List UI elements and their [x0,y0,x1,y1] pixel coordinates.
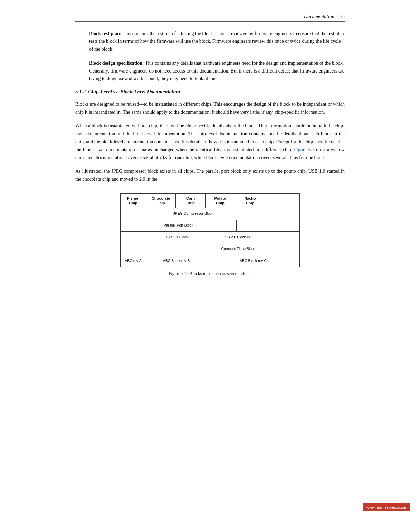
block-design-spec-term: Block design specification: [89,60,144,66]
compact-flash-row: Compact Flash Block [121,243,299,255]
parallel-port-block: Parallel Port Block [121,220,237,231]
compact-flash-block: Compact Flash Block [177,243,299,255]
block-test-plan-text: Block test plan: This contains the test … [89,30,345,53]
chapter-title: Documentation [304,14,334,19]
para-1: Blocks are designed to be reused—to be i… [75,100,345,116]
footer-url-badge: www.newnespress.com [363,503,410,511]
para-2: When a block is instantiated within a ch… [75,122,345,162]
cf-fishen-empty [121,243,146,255]
usb-fishen-empty [121,232,146,243]
usb-row: USB 1.1 Block USB 2.0 Block x2 [121,232,299,243]
parallel-port-potato-empty [237,220,266,231]
usb-20-block: USB 2.0 Block x2 [207,232,266,243]
figure-caption: Figure 5.1: Blocks in use across several… [169,271,251,276]
abc-row: ABC rev A ABC Block rev B ABC Block rev … [121,255,299,267]
parallel-port-nacho-empty [266,220,299,231]
block-test-plan-entry: Block test plan: This contains the test … [89,30,345,53]
jpeg-nacho-empty [266,208,299,220]
jpeg-compressor-row: JPEG Compressor Block [121,208,299,220]
figure-5-1-container: FishenChip ChocolateChip CornChip Potato… [75,193,345,276]
figure-5-1-link[interactable]: Figure 5.1 [294,147,314,152]
cf-choc-empty [146,243,177,255]
chip-block-diagram: FishenChip ChocolateChip CornChip Potato… [120,193,300,267]
page-number: 75 [340,14,345,19]
page-header: Documentation 75 [75,14,345,22]
block-design-spec-text: Block design specification: This contain… [89,59,345,83]
block-test-plan-term: Block test plan: [89,31,121,36]
section-heading-512: 5.1.2. Chip-Level vs. Block-Level Docume… [75,89,345,95]
abc-block-rev-b: ABC Block rev B [146,255,207,267]
jpeg-compressor-block: JPEG Compressor Block [121,208,266,220]
chip-nacho: NachoChip [235,194,265,208]
abc-rev-a: ABC rev A [121,255,146,267]
chip-corn: CornChip [176,194,206,208]
parallel-port-row: Parallel Port Block [121,220,299,232]
block-test-plan-body: This contains the test plan for testing … [89,31,344,52]
chip-header-row: FishenChip ChocolateChip CornChip Potato… [121,194,299,208]
block-design-spec-entry: Block design specification: This contain… [89,59,345,83]
chip-fishen: FishenChip [121,194,146,208]
chip-chocolate: ChocolateChip [146,194,176,208]
chip-potato: PotatoChip [206,194,235,208]
para-3: As illustrated, the JPEG compressor bloc… [75,167,345,183]
usb-11-block: USB 1.1 Block [146,232,207,243]
abc-block-rev-c: ABC Block rev C [207,255,299,267]
